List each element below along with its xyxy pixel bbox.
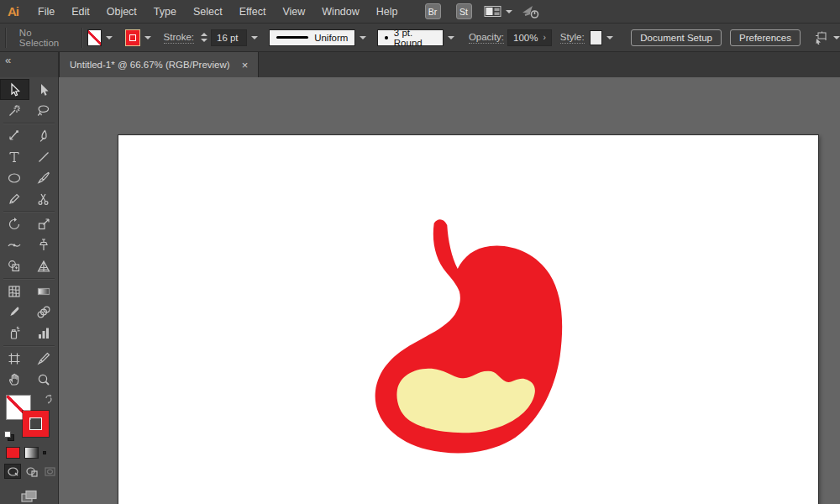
menu-file[interactable]: File xyxy=(29,6,63,18)
menu-select[interactable]: Select xyxy=(185,6,231,18)
none-button[interactable] xyxy=(43,451,46,454)
menu-effect[interactable]: Effect xyxy=(231,6,275,18)
eyedropper-tool[interactable] xyxy=(0,302,29,323)
lasso-tool[interactable] xyxy=(29,100,59,121)
perspective-grid-tool[interactable] xyxy=(29,255,59,276)
gradient-tool[interactable] xyxy=(29,281,59,302)
chevron-down-icon xyxy=(506,10,512,13)
width-profile-chevron[interactable] xyxy=(355,33,370,43)
paintbrush-tool[interactable] xyxy=(29,167,59,188)
swap-fill-stroke-icon[interactable] xyxy=(44,394,54,404)
menu-view[interactable]: View xyxy=(274,6,313,18)
gpu-performance-icon[interactable] xyxy=(521,4,541,19)
scissors-tool[interactable] xyxy=(29,188,59,209)
curvature-tool[interactable] xyxy=(29,125,59,146)
ellipse-tool[interactable] xyxy=(0,167,29,188)
width-tool[interactable] xyxy=(0,234,29,255)
draw-normal-button[interactable] xyxy=(4,464,21,479)
brush-definition-value: 3 pt. Round xyxy=(394,28,436,48)
stroke-color-dropdown[interactable] xyxy=(140,33,155,43)
canvas-pasteboard[interactable] xyxy=(59,77,840,504)
selection-tool[interactable] xyxy=(0,79,29,100)
tab-close-icon[interactable]: × xyxy=(242,60,249,71)
document-tab[interactable]: Untitled-1* @ 66.67% (RGB/Preview) × xyxy=(59,52,259,77)
draw-normal-icon xyxy=(7,466,19,477)
document-setup-button[interactable]: Document Setup xyxy=(631,29,722,46)
stomach-artwork[interactable] xyxy=(360,206,606,459)
width-profile-dropdown[interactable]: Uniform xyxy=(269,29,355,46)
brush-definition-chevron[interactable] xyxy=(444,33,459,43)
menu-help[interactable]: Help xyxy=(368,6,407,18)
stepper-up-icon xyxy=(201,33,207,36)
symbol-sprayer-tool[interactable] xyxy=(0,323,29,344)
menu-object[interactable]: Object xyxy=(98,6,145,18)
bridge-button[interactable]: Br xyxy=(425,3,441,19)
default-fill-stroke-icon[interactable] xyxy=(4,431,14,441)
column-graph-tool[interactable] xyxy=(29,323,59,344)
draw-inside-button[interactable] xyxy=(41,464,58,479)
stock-button[interactable]: St xyxy=(456,3,472,19)
menu-window[interactable]: Window xyxy=(313,6,367,18)
tab-strip-empty xyxy=(259,52,840,77)
arrange-documents-dropdown[interactable] xyxy=(484,5,512,18)
tool-group-separator xyxy=(3,278,55,279)
stroke-weight-field[interactable]: 16 pt xyxy=(211,29,247,46)
chevron-down-icon xyxy=(106,36,113,39)
tool-group-separator xyxy=(3,211,55,212)
stroke-weight-stepper[interactable] xyxy=(201,33,207,42)
style-dropdown[interactable] xyxy=(602,33,617,43)
pen-tool[interactable] xyxy=(0,125,29,146)
lasso-tool-icon xyxy=(36,103,51,118)
tools-panel xyxy=(0,77,59,504)
stroke-indicator-red[interactable] xyxy=(23,411,49,437)
chevron-down-icon xyxy=(144,36,151,39)
hand-tool[interactable] xyxy=(0,369,29,390)
fill-stroke-indicator xyxy=(0,393,58,444)
shape-builder-tool[interactable] xyxy=(0,255,29,276)
stroke-panel-link[interactable]: Stroke: xyxy=(164,32,194,44)
menu-edit[interactable]: Edit xyxy=(63,6,98,18)
preferences-button[interactable]: Preferences xyxy=(730,29,801,46)
selection-status: No Selection xyxy=(11,28,76,48)
pencil-tool[interactable] xyxy=(0,188,29,209)
type-tool[interactable] xyxy=(0,146,29,167)
puppet-warp-tool[interactable] xyxy=(29,234,59,255)
stepper-down-icon xyxy=(201,39,207,42)
gradient-button[interactable] xyxy=(24,447,39,459)
scale-tool[interactable] xyxy=(29,213,59,234)
separator xyxy=(5,28,6,48)
magic-wand-tool[interactable] xyxy=(0,100,29,121)
style-swatch[interactable] xyxy=(590,30,603,45)
color-button[interactable] xyxy=(6,447,20,459)
chevron-down-icon xyxy=(448,36,454,39)
artboard-tool[interactable] xyxy=(0,348,29,369)
artboard[interactable] xyxy=(118,134,819,504)
chevron-down-icon xyxy=(606,36,613,39)
draw-behind-icon xyxy=(25,466,38,477)
draw-behind-button[interactable] xyxy=(23,464,39,479)
mesh-tool[interactable] xyxy=(0,281,29,302)
menu-bar: Ai File Edit Object Type Select Effect V… xyxy=(0,0,840,24)
zoom-tool[interactable] xyxy=(29,369,59,390)
rotate-tool[interactable] xyxy=(0,213,29,234)
fill-color-swatch[interactable] xyxy=(87,29,102,46)
eyedropper-tool-icon xyxy=(7,305,22,320)
align-dropdown[interactable] xyxy=(814,31,840,45)
stroke-weight-dropdown[interactable] xyxy=(247,33,262,43)
brush-definition-dropdown[interactable]: 3 pt. Round xyxy=(377,29,443,46)
direct-selection-tool[interactable] xyxy=(29,79,59,100)
opacity-field[interactable]: 100% › xyxy=(507,29,552,46)
symbol-sprayer-tool-icon xyxy=(7,326,22,341)
menu-type[interactable]: Type xyxy=(145,6,185,18)
line-segment-tool[interactable] xyxy=(29,146,59,167)
stroke-color-swatch[interactable] xyxy=(125,29,139,46)
fill-color-dropdown[interactable] xyxy=(102,33,117,43)
drawing-mode-buttons xyxy=(0,462,58,480)
slice-tool[interactable] xyxy=(29,348,59,369)
collapse-tools-panel-button[interactable]: « xyxy=(0,52,59,77)
style-panel-link[interactable]: Style: xyxy=(560,32,585,44)
blend-tool[interactable] xyxy=(29,302,59,323)
illustrator-logo: Ai xyxy=(0,4,29,18)
opacity-panel-link[interactable]: Opacity: xyxy=(469,32,504,44)
change-screen-mode-button[interactable] xyxy=(0,480,58,504)
